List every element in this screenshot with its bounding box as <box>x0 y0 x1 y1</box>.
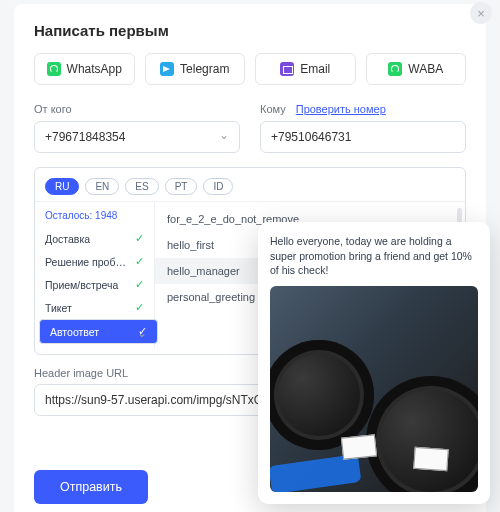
lang-ru[interactable]: RU <box>45 178 79 195</box>
preview-image <box>270 286 478 492</box>
channel-label: Telegram <box>180 62 229 76</box>
lang-en[interactable]: EN <box>85 178 119 195</box>
lang-es[interactable]: ES <box>125 178 158 195</box>
check-icon: ✓ <box>135 232 144 245</box>
lang-tabs: RU EN ES PT ID <box>45 168 455 201</box>
remaining-count: Осталось: 1948 <box>35 206 154 227</box>
category-item[interactable]: Прием/встреча✓ <box>35 273 154 296</box>
channel-selector: WhatsApp Telegram Email WABA <box>34 53 466 85</box>
send-button[interactable]: Отправить <box>34 470 148 504</box>
waba-icon <box>388 62 402 76</box>
category-item[interactable]: Доставка✓ <box>35 227 154 250</box>
close-icon[interactable]: × <box>470 2 492 24</box>
to-label: КомуПроверить номер <box>260 103 466 115</box>
email-icon <box>280 62 294 76</box>
check-icon: ✓ <box>135 255 144 268</box>
channel-label: WABA <box>408 62 443 76</box>
modal-title: Написать первым <box>34 22 466 39</box>
from-select[interactable]: +79671848354 <box>34 121 240 153</box>
from-value: +79671848354 <box>45 130 125 144</box>
category-list: Осталось: 1948 Доставка✓ Решение проб…✓ … <box>35 202 155 348</box>
whatsapp-icon <box>47 62 61 76</box>
category-item[interactable]: Тикет✓ <box>35 296 154 319</box>
lang-pt[interactable]: PT <box>165 178 198 195</box>
lang-id[interactable]: ID <box>203 178 233 195</box>
check-icon: ✓ <box>138 325 147 338</box>
check-icon: ✓ <box>135 301 144 314</box>
channel-whatsapp[interactable]: WhatsApp <box>34 53 135 85</box>
channel-waba[interactable]: WABA <box>366 53 467 85</box>
category-item[interactable]: Решение проб…✓ <box>35 250 154 273</box>
category-item-selected[interactable]: Автоответ✓ <box>39 319 158 344</box>
channel-label: Email <box>300 62 330 76</box>
check-icon: ✓ <box>135 278 144 291</box>
channel-label: WhatsApp <box>67 62 122 76</box>
preview-text: Hello everyone, today we are holding a s… <box>270 234 478 278</box>
from-label: От кого <box>34 103 240 115</box>
message-preview: Hello everyone, today we are holding a s… <box>258 222 490 504</box>
channel-email[interactable]: Email <box>255 53 356 85</box>
to-input[interactable] <box>260 121 466 153</box>
verify-number-link[interactable]: Проверить номер <box>296 103 386 115</box>
channel-telegram[interactable]: Telegram <box>145 53 246 85</box>
telegram-icon <box>160 62 174 76</box>
